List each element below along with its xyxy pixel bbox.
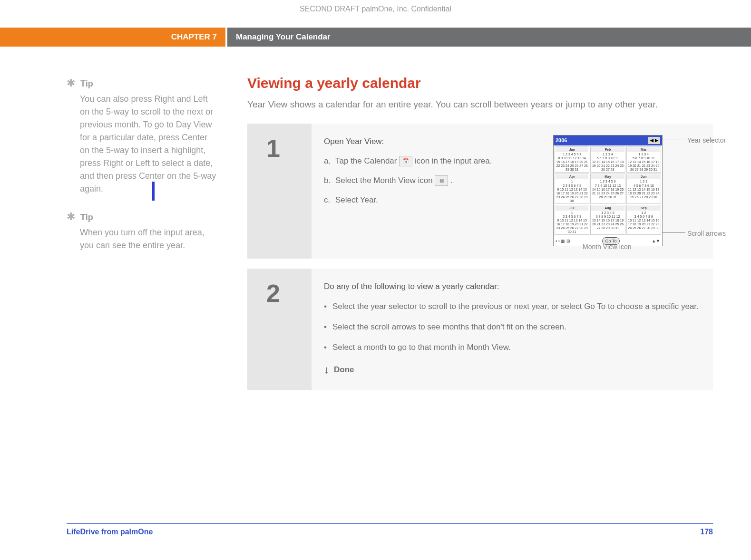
step-1: 1 Open Year View: a. Tap the Calendar 📅 … bbox=[247, 124, 713, 261]
mini-month[interactable]: Jun1 2 34 5 6 7 8 9 1011 12 13 14 15 16 … bbox=[626, 174, 661, 203]
margin-marker bbox=[152, 182, 155, 201]
step-lead: Open Year View: bbox=[324, 135, 545, 148]
callout-line bbox=[663, 232, 685, 233]
calendar-icon: 📅 bbox=[399, 156, 412, 166]
chapter-number: CHAPTER 7 bbox=[0, 28, 227, 47]
section-title: Viewing a yearly calendar bbox=[247, 75, 713, 91]
mini-month[interactable]: Sep1 23 4 5 6 7 8 910 11 12 13 14 15 161… bbox=[626, 205, 661, 235]
step-letter: c. bbox=[324, 193, 335, 206]
step-text-pre: Select the Month View icon bbox=[335, 176, 435, 185]
done-label: Done bbox=[334, 363, 354, 376]
bullet-dot: • bbox=[324, 300, 332, 313]
step-item: c. Select Year. bbox=[324, 193, 545, 206]
step-lead: Do any of the following to view a yearly… bbox=[324, 280, 701, 293]
tip-body: When you turn off the input area, you ca… bbox=[67, 226, 219, 252]
bullet-dot: • bbox=[324, 320, 332, 333]
year-selector-bar[interactable]: 2006 ◀ ▶ bbox=[554, 135, 662, 146]
chapter-bar: CHAPTER 7 Managing Your Calendar bbox=[0, 28, 751, 47]
step-text-post: . bbox=[450, 176, 453, 185]
bullet-text: Select a month to go to that month in Mo… bbox=[332, 341, 511, 354]
step-number: 2 bbox=[266, 279, 312, 308]
bullet-text: Select the year selector to scroll to th… bbox=[332, 300, 699, 313]
bullet-item: • Select the scroll arrows to see months… bbox=[324, 320, 701, 333]
pda-screenshot-column: 2006 ◀ ▶ Jan1 2 3 4 5 6 78 9 10 11 12 13… bbox=[553, 135, 701, 247]
tip-label: Tip bbox=[80, 79, 93, 88]
mini-month[interactable]: Aug1 2 3 4 56 7 8 9 10 11 1213 14 15 16 … bbox=[590, 205, 625, 235]
mini-month[interactable]: May1 2 3 4 5 67 8 9 10 11 12 1314 15 16 … bbox=[590, 174, 625, 203]
page-footer: LifeDrive from palmOne 178 bbox=[67, 523, 713, 536]
callout-scroll-arrows: Scroll arrows bbox=[687, 228, 726, 239]
chapter-title: Managing Your Calendar bbox=[227, 28, 751, 47]
tip-block: ✱ Tip You can also press Right and Left … bbox=[67, 75, 219, 195]
pda-year-view-screenshot: 2006 ◀ ▶ Jan1 2 3 4 5 6 78 9 10 11 12 13… bbox=[553, 135, 663, 247]
sidebar-tips: ✱ Tip You can also press Right and Left … bbox=[67, 75, 219, 400]
bullet-dot: • bbox=[324, 341, 332, 354]
star-icon: ✱ bbox=[67, 77, 75, 89]
draft-confidential-header: SECOND DRAFT palmOne, Inc. Confidential bbox=[0, 0, 751, 28]
step-number-column: 1 bbox=[247, 124, 312, 259]
done-row: ↓ Done bbox=[324, 361, 701, 378]
view-icons-row[interactable]: ▪ ▫ ▦ ⊞ bbox=[556, 238, 570, 244]
section-intro: Year View shows a calendar for an entire… bbox=[247, 98, 713, 111]
tip-block: ✱ Tip When you turn off the input area, … bbox=[67, 209, 219, 252]
callout-line bbox=[663, 139, 685, 139]
month-view-icon: ▦ bbox=[435, 175, 448, 186]
year-label: 2006 bbox=[556, 136, 567, 145]
step-number-column: 2 bbox=[247, 269, 312, 390]
tip-body: You can also press Right and Left on the… bbox=[67, 93, 219, 195]
step-item: b. Select the Month View icon ▦ . bbox=[324, 174, 545, 187]
step-letter: a. bbox=[324, 154, 335, 167]
footer-page-number: 178 bbox=[700, 528, 713, 536]
step-text-pre: Tap the Calendar bbox=[335, 156, 399, 165]
step-number: 1 bbox=[266, 134, 312, 163]
step-item: a. Tap the Calendar 📅 icon in the input … bbox=[324, 154, 545, 167]
mini-month[interactable]: Mar1 2 3 45 6 7 8 9 10 1112 13 14 15 16 … bbox=[626, 146, 661, 173]
tip-label: Tip bbox=[80, 212, 93, 222]
step-text-pre: Select Year. bbox=[335, 193, 378, 206]
mini-month[interactable]: Feb1 2 3 45 6 7 8 9 10 1112 13 14 15 16 … bbox=[590, 146, 625, 173]
star-icon: ✱ bbox=[67, 211, 75, 222]
scroll-arrows[interactable]: ▲▼ bbox=[652, 238, 660, 244]
step-text-post: icon in the input area. bbox=[415, 156, 492, 165]
callout-month-view-icon: Month View icon bbox=[583, 241, 631, 252]
down-arrow-icon: ↓ bbox=[324, 361, 329, 378]
main-content: Viewing a yearly calendar Year View show… bbox=[247, 75, 713, 400]
year-arrows[interactable]: ◀ ▶ bbox=[648, 137, 660, 144]
step-2: 2 Do any of the following to view a year… bbox=[247, 269, 713, 392]
mini-month[interactable]: Jul12 3 4 5 6 7 89 10 11 12 13 14 1516 1… bbox=[555, 205, 589, 235]
mini-month[interactable]: Apr12 3 4 5 6 7 89 10 11 12 13 14 1516 1… bbox=[555, 174, 589, 203]
footer-product: LifeDrive from palmOne bbox=[67, 528, 153, 536]
step-letter: b. bbox=[324, 174, 335, 187]
callout-year-selector: Year selector bbox=[687, 135, 726, 145]
mini-month[interactable]: Jan1 2 3 4 5 6 78 9 10 11 12 13 1415 16 … bbox=[555, 146, 589, 173]
bullet-item: • Select the year selector to scroll to … bbox=[324, 300, 701, 313]
bullet-item: • Select a month to go to that month in … bbox=[324, 341, 701, 354]
bullet-text: Select the scroll arrows to see months t… bbox=[332, 320, 566, 333]
